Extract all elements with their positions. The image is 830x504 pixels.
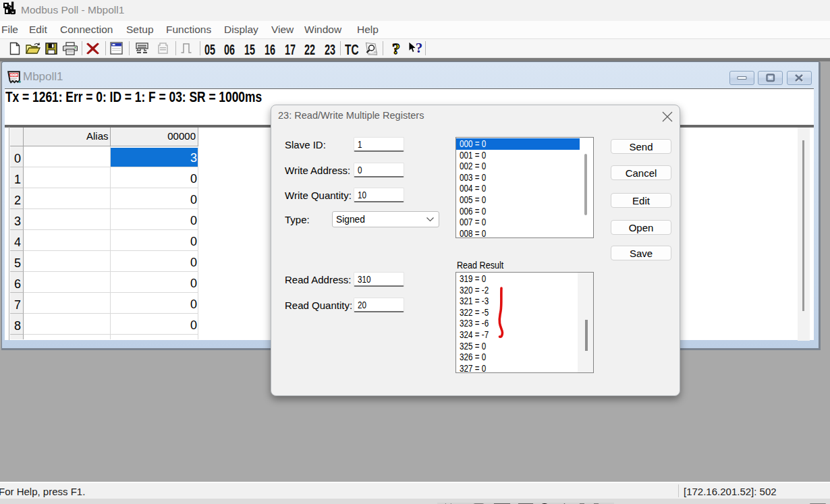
svg-text:?: ?	[416, 41, 423, 56]
svg-text:?: ?	[392, 41, 400, 57]
svg-text:DOC: DOC	[9, 73, 18, 77]
